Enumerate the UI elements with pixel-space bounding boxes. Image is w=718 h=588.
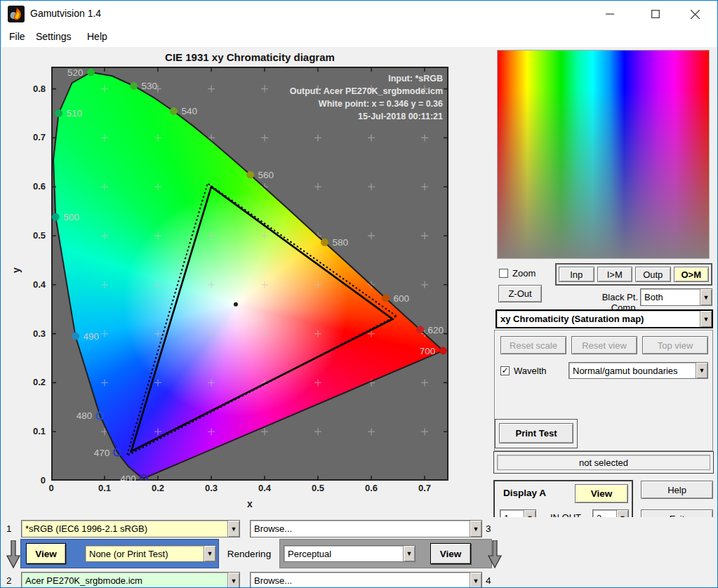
rendering-label: Rendering [219, 539, 279, 568]
y-tick-0.2: 0.2 [15, 377, 46, 387]
zoom-out-button[interactable]: Z-Out [498, 285, 542, 302]
wavelength-dot-500 [52, 213, 59, 220]
display-a-view-button[interactable]: View [575, 484, 628, 503]
wavelength-label-480: 480 [77, 410, 93, 421]
x-tick-0.2: 0.2 [144, 483, 172, 493]
chevron-down-icon[interactable]: ▼ [403, 546, 415, 561]
chromaticity-chart: CIE 1931 xy Chromaticity diagram 4004704… [1, 47, 492, 517]
wavelength-label-490: 490 [84, 331, 100, 342]
print-test-button[interactable]: Print Test [499, 423, 573, 443]
wavelength-dot-580 [321, 239, 328, 246]
menu-help[interactable]: Help [87, 31, 107, 42]
wavelength-label-700: 700 [420, 346, 436, 356]
y-tick-0.4: 0.4 [15, 279, 46, 290]
rendering-intent-select[interactable]: Perceptual ▼ [284, 545, 415, 562]
wavelength-dot-520 [87, 69, 94, 76]
wavelength-dot-490 [72, 333, 79, 340]
x-tick-0.5: 0.5 [304, 483, 332, 493]
x-tick-0.4: 0.4 [251, 483, 279, 493]
wavelength-dot-510 [55, 109, 62, 116]
maximize-icon [651, 10, 660, 18]
reset-view-button[interactable]: Reset view [571, 336, 637, 354]
view-output-button[interactable]: View [430, 543, 471, 564]
wavelength-dot-560 [247, 171, 254, 178]
close-icon [691, 10, 700, 19]
help-button[interactable]: Help [641, 481, 713, 499]
output-profile-select[interactable]: Acer PE270K_srgbmode.icm ▼ [21, 572, 240, 588]
plot-area[interactable]: 4004704804905005105205305405605806006207… [51, 67, 448, 481]
maximize-button[interactable] [639, 4, 671, 25]
close-button[interactable] [679, 4, 711, 25]
browse-input-select[interactable]: Browse... ▼ [250, 520, 482, 537]
view-input-button[interactable]: View [26, 543, 66, 564]
saturation-map-preview[interactable] [497, 50, 710, 259]
x-tick-0.3: 0.3 [197, 483, 225, 493]
window-title: Gamutvision 1.4 [30, 8, 101, 19]
wavelength-dot-540 [170, 107, 177, 114]
chevron-down-icon[interactable]: ▼ [700, 289, 712, 305]
wavelength-label-510: 510 [67, 108, 83, 119]
om-button[interactable]: O>M [674, 267, 710, 282]
minimize-button[interactable] [594, 4, 625, 25]
outp-button[interactable]: Outp [635, 267, 671, 282]
y-tick-0.7: 0.7 [15, 132, 46, 142]
anno-whitepoint: White point: x = 0.346 y = 0.36 [290, 98, 443, 110]
status-box: not selected [493, 451, 714, 474]
browse-output-select[interactable]: Browse... ▼ [250, 572, 482, 588]
y-tick-0.5: 0.5 [15, 230, 46, 241]
wavelength-label-560: 560 [258, 170, 274, 180]
wavelth-checkbox-row: ✓ Wavelth [500, 366, 546, 376]
y-tick-0: 0 [15, 475, 46, 486]
y-tick-0.8: 0.8 [15, 83, 46, 94]
y-tick-0.1: 0.1 [15, 426, 46, 436]
zoom-checkbox[interactable] [499, 269, 508, 278]
chevron-down-icon[interactable]: ▼ [696, 363, 707, 378]
chevron-down-icon[interactable]: ▼ [700, 311, 712, 327]
slot-4-label: 4 [486, 575, 491, 586]
display-mode-select[interactable]: xy Chromaticity (Saturation map) ▼ [496, 309, 713, 328]
wavelength-dot-600 [383, 295, 390, 302]
anno-output: Output: Acer PE270K_srgbmode.icm [290, 85, 443, 98]
white-point-marker [234, 302, 238, 307]
reset-buttons-row: Reset scale Reset view Top view [500, 336, 708, 354]
chevron-down-icon[interactable]: ▼ [227, 521, 239, 537]
wavelth-checkbox-label: Wavelth [514, 366, 546, 376]
chevron-down-icon[interactable]: ▼ [470, 521, 481, 537]
boundaries-select[interactable]: Normal/gamut boundaries ▼ [569, 362, 708, 379]
plot-overlay: 4004704804905005105205305405605806006207… [51, 67, 448, 481]
wavelength-dot-700 [439, 347, 446, 354]
zoom-checkbox-row: Zoom [499, 268, 536, 279]
black-pt-comp-select[interactable]: Both ▼ [640, 288, 712, 306]
wavelength-dot-620 [417, 326, 424, 333]
chevron-down-icon[interactable]: ▼ [227, 573, 239, 588]
wavelength-label-500: 500 [63, 212, 79, 222]
chart-title: CIE 1931 xy Chromaticity diagram [51, 51, 448, 63]
y-tick-0.6: 0.6 [15, 181, 46, 192]
menu-settings[interactable]: Settings [36, 31, 72, 42]
input-profile-select[interactable]: *sRGB (IEC6 1996-2.1 sRGB) ▼ [21, 520, 240, 537]
chevron-down-icon[interactable]: ▼ [470, 573, 481, 588]
y-tick-0.3: 0.3 [15, 328, 46, 339]
wavelength-label-520: 520 [67, 67, 84, 78]
x-tick-0.1: 0.1 [91, 483, 119, 493]
wavelength-label-400: 400 [120, 474, 136, 481]
x-tick-0.6: 0.6 [357, 483, 385, 493]
wavelth-checkbox[interactable]: ✓ [500, 366, 510, 375]
down-arrow-right-icon [488, 540, 502, 568]
print-test-select[interactable]: None (or Print Test) ▼ [85, 545, 216, 562]
wavelength-label-470: 470 [94, 448, 110, 458]
display-a-title: Display A [503, 488, 546, 498]
wavelength-dot-530 [131, 82, 138, 89]
reset-scale-button[interactable]: Reset scale [500, 336, 566, 354]
plot-annotations: Input: *sRGB Output: Acer PE270K_srgbmod… [290, 72, 443, 123]
wavelength-label-540: 540 [181, 106, 197, 116]
im-button[interactable]: I>M [597, 267, 633, 282]
zoom-checkbox-label: Zoom [512, 268, 536, 279]
chevron-down-icon[interactable]: ▼ [204, 546, 215, 561]
anno-input: Input: *sRGB [290, 72, 443, 85]
inp-button[interactable]: Inp [559, 267, 594, 282]
menu-file[interactable]: File [9, 31, 25, 42]
top-view-button[interactable]: Top view [642, 336, 708, 354]
slot-2-label: 2 [6, 575, 12, 586]
menu-bar: File Settings Help [1, 27, 717, 47]
